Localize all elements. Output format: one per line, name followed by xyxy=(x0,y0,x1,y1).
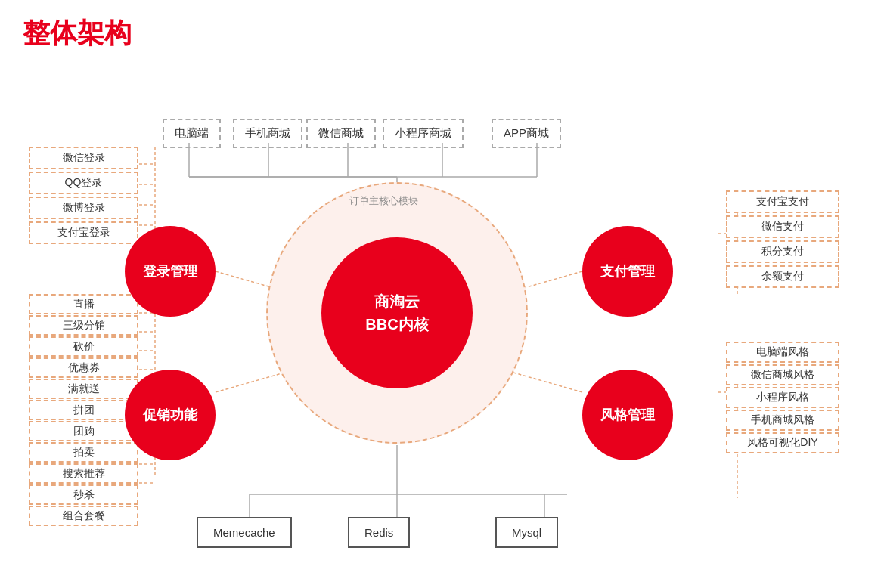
right-box-alipay-pay: 支付宝支付 xyxy=(726,190,839,213)
left-box-alipay-login: 支付宝登录 xyxy=(29,221,138,244)
db-redis: Redis xyxy=(348,517,410,548)
left-box-qq-login: QQ登录 xyxy=(29,172,138,194)
center-inner-label: 商淘云 BBC内核 xyxy=(365,290,428,336)
diagram: 电脑端 手机商城 微信商城 小程序商城 APP商城 微信登录 QQ登录 微博登录… xyxy=(23,67,855,581)
style-circle: 风格管理 xyxy=(582,370,673,460)
right-box-pc-style: 电脑端风格 xyxy=(726,342,839,363)
right-box-mobile-style: 手机商城风格 xyxy=(726,410,839,431)
left-box-combo: 组合套餐 xyxy=(29,506,138,526)
promo-circle: 促销功能 xyxy=(125,370,216,460)
channel-box-mobile: 手机商城 xyxy=(233,119,302,148)
channel-box-computer: 电脑端 xyxy=(163,119,221,148)
page-title: 整体架构 xyxy=(23,15,861,52)
left-box-flash: 秒杀 xyxy=(29,484,138,505)
left-box-3level: 三级分销 xyxy=(29,315,138,336)
center-inner-circle: 商淘云 BBC内核 xyxy=(321,237,473,388)
login-circle: 登录管理 xyxy=(125,226,216,317)
right-box-mini-style: 小程序风格 xyxy=(726,387,839,408)
channel-box-app: APP商城 xyxy=(492,119,561,148)
left-box-search: 搜索推荐 xyxy=(29,463,138,484)
right-box-balance-pay: 余额支付 xyxy=(726,265,839,288)
db-memcache: Memecache xyxy=(197,517,292,548)
right-box-diy-style: 风格可视化DIY xyxy=(726,432,839,453)
left-box-wechat-login: 微信登录 xyxy=(29,147,138,169)
left-box-weibo-login: 微博登录 xyxy=(29,197,138,219)
left-box-auction: 拍卖 xyxy=(29,442,138,463)
db-mysql: Mysql xyxy=(495,517,558,548)
left-box-group: 团购 xyxy=(29,421,138,441)
right-box-wechat-style: 微信商城风格 xyxy=(726,364,839,385)
left-box-coupon: 优惠券 xyxy=(29,357,138,378)
payment-circle: 支付管理 xyxy=(582,226,673,317)
left-box-groupbuy: 拼团 xyxy=(29,400,138,420)
left-box-live: 直播 xyxy=(29,294,138,314)
left-box-fullsend: 满就送 xyxy=(29,379,138,399)
right-box-wechat-pay: 微信支付 xyxy=(726,215,839,238)
channel-box-wechat: 微信商城 xyxy=(306,119,376,148)
left-box-bargain: 砍价 xyxy=(29,336,138,357)
channel-box-miniapp: 小程序商城 xyxy=(383,119,464,148)
center-outer-label: 订单主核心模块 xyxy=(349,194,418,208)
right-box-points-pay: 积分支付 xyxy=(726,240,839,263)
